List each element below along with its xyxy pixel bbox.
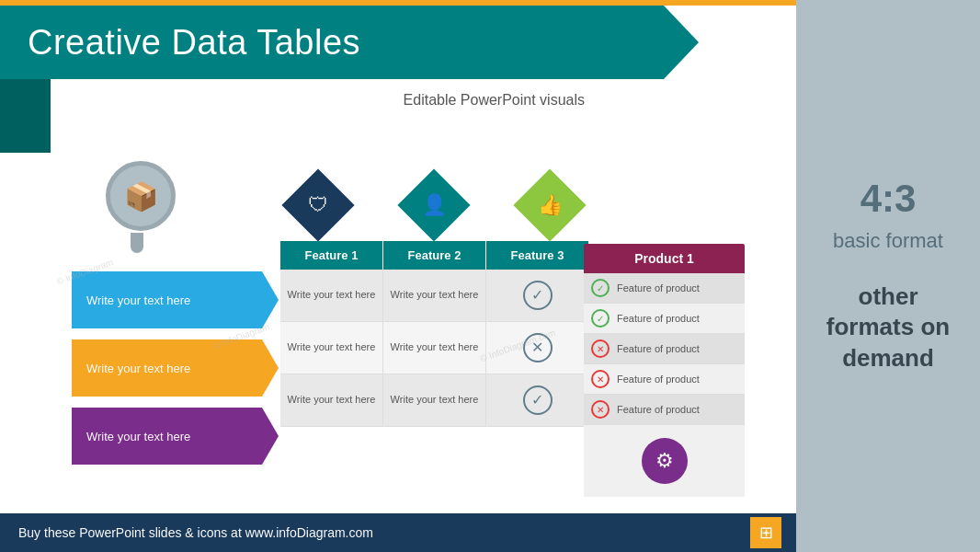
- table-header: Feature 1 Feature 2 Feature 3: [280, 241, 588, 270]
- product-panel: Product 1 ✓ Feature of product ✓ Feature…: [584, 244, 745, 497]
- td-row3-col1: Write your text here: [280, 374, 383, 426]
- settings-area: ⚙: [584, 425, 745, 497]
- feature-check-2: ✓: [591, 309, 610, 328]
- td-row2-col1: Write your text here: [280, 322, 383, 374]
- pin-tail: [131, 233, 143, 253]
- td-row3-col3: ✓: [486, 374, 588, 426]
- subtitle: Editable PowerPoint visuals: [404, 92, 585, 109]
- td-row3-col2: Write your text here: [383, 374, 486, 426]
- table-row: Write your text here Write your text her…: [280, 322, 588, 374]
- other-formats-label: other formats on demand: [815, 282, 962, 374]
- orange-top-bar: [0, 0, 796, 6]
- left-panel: Creative Data Tables Editable PowerPoint…: [0, 0, 796, 552]
- row-labels: Write your text here Write your text her…: [72, 271, 279, 476]
- format-label: basic format: [833, 229, 943, 253]
- diamond-thumb-icon: 👍: [513, 168, 586, 241]
- footer-bar: Buy these PowerPoint slides & icons at w…: [0, 513, 796, 552]
- product-title: Product 1: [584, 244, 745, 273]
- row-label-3[interactable]: Write your text here: [72, 408, 279, 465]
- product-feature-4: ✕ Feature of product: [584, 364, 745, 395]
- table-row: Write your text here Write your text her…: [280, 374, 588, 427]
- ratio-label: 4:3: [860, 178, 917, 220]
- feature-cross-1: ✕: [591, 339, 610, 358]
- shield-icon: 🛡: [308, 193, 328, 217]
- grid-icon: ⊞: [759, 523, 773, 543]
- box-icon: 📦: [124, 180, 158, 213]
- td-row2-col2: Write your text here: [383, 322, 486, 374]
- settings-button[interactable]: ⚙: [642, 438, 688, 484]
- td-row1-col2: Write your text here: [383, 270, 486, 321]
- td-row1-col3: ✓: [486, 270, 588, 321]
- product-feature-5: ✕ Feature of product: [584, 395, 745, 425]
- diamond-person-icon: 👤: [397, 168, 470, 241]
- check-icon-1: ✓: [523, 281, 553, 310]
- feature-icons-row: 🛡 👤 👍: [292, 179, 575, 231]
- feature-cross-2: ✕: [591, 370, 610, 388]
- row-label-2[interactable]: Write your text here: [72, 339, 279, 397]
- td-row1-col1: Write your text here: [280, 270, 383, 321]
- gear-icon: ⚙: [655, 449, 674, 473]
- person-icon: 👤: [422, 193, 447, 217]
- feature-cross-3: ✕: [591, 400, 610, 419]
- product-feature-3: ✕ Feature of product: [584, 334, 745, 364]
- pin-circle: 📦: [106, 161, 176, 231]
- teal-accent: [0, 79, 51, 153]
- footer-text: Buy these PowerPoint slides & icons at w…: [18, 525, 373, 540]
- product-feature-2: ✓ Feature of product: [584, 304, 745, 334]
- feature-check-1: ✓: [591, 279, 610, 297]
- check-icon-2: ✓: [523, 385, 553, 415]
- row-label-1[interactable]: Write your text here: [72, 271, 279, 328]
- th-feature1: Feature 1: [280, 241, 383, 270]
- location-icon: 📦: [106, 161, 188, 262]
- header-banner: Creative Data Tables: [0, 6, 699, 79]
- product-feature-1: ✓ Feature of product: [584, 273, 745, 304]
- diamond-shield-icon: 🛡: [281, 168, 354, 241]
- footer-icon: ⊞: [750, 517, 781, 548]
- thumb-icon: 👍: [538, 193, 563, 217]
- right-panel: 4:3 basic format other formats on demand: [796, 0, 980, 552]
- table-row: Write your text here Write your text her…: [280, 270, 588, 322]
- th-feature3: Feature 3: [486, 241, 588, 270]
- page-title: Creative Data Tables: [28, 23, 360, 63]
- main-container: Creative Data Tables Editable PowerPoint…: [0, 0, 980, 552]
- th-feature2: Feature 2: [383, 241, 486, 270]
